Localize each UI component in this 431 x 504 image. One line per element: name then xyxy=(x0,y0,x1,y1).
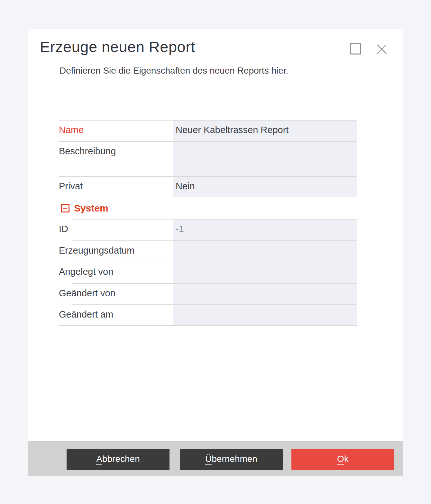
beschreibung-label: Beschreibung xyxy=(59,141,173,176)
abbrechen-label-rest: bbrechen xyxy=(102,454,140,464)
angelegt-von-value-field xyxy=(173,262,357,283)
row-divider xyxy=(59,141,357,142)
dialog-subtitle: Definieren Sie die Eigenschaften des neu… xyxy=(60,66,288,76)
property-row-beschreibung[interactable]: Beschreibung xyxy=(59,141,357,176)
system-group-header[interactable]: System xyxy=(59,197,357,219)
abbrechen-button[interactable]: Abbrechen xyxy=(67,449,170,470)
property-row-erzeugungsdatum[interactable]: Erzeugungsdatum xyxy=(59,240,357,262)
erzeugungsdatum-label: Erzeugungsdatum xyxy=(59,240,173,262)
property-row-privat[interactable]: Privat Nein xyxy=(59,176,357,197)
row-divider xyxy=(72,262,357,262)
row-divider xyxy=(72,304,357,305)
row-divider xyxy=(59,120,357,121)
erzeugungsdatum-value-field xyxy=(173,240,357,262)
maximize-button[interactable] xyxy=(350,43,361,56)
ok-button[interactable]: Ok xyxy=(291,449,394,470)
beschreibung-value-field[interactable] xyxy=(173,141,357,176)
id-label: ID xyxy=(59,219,173,240)
ok-accesskey: O xyxy=(337,454,344,465)
row-divider xyxy=(59,176,357,177)
privat-value-field[interactable]: Nein xyxy=(173,176,357,197)
privat-label: Privat xyxy=(59,176,173,197)
system-group-label: System xyxy=(74,203,108,214)
dialog-footer: Abbrechen Übernehmen Ok xyxy=(28,441,403,476)
minus-glyph xyxy=(63,208,67,209)
geaendert-von-label: Geändert von xyxy=(59,283,173,304)
maximize-icon xyxy=(350,50,361,56)
geaendert-am-value-field xyxy=(173,304,357,325)
property-row-name[interactable]: Name Neuer Kabeltrassen Report xyxy=(59,120,357,141)
uebernehmen-button[interactable]: Übernehmen xyxy=(180,449,283,470)
table-bottom-divider xyxy=(59,325,357,326)
name-value-field[interactable]: Neuer Kabeltrassen Report xyxy=(173,120,357,141)
close-button[interactable] xyxy=(376,43,388,57)
row-divider xyxy=(72,283,357,284)
property-row-angelegt-von[interactable]: Angelegt von xyxy=(59,262,357,283)
property-row-id[interactable]: ID -1 xyxy=(59,219,357,240)
property-grid: Name Neuer Kabeltrassen Report Beschreib… xyxy=(59,120,357,326)
row-divider xyxy=(72,240,357,241)
geaendert-am-label: Geändert am xyxy=(59,304,173,325)
close-icon xyxy=(376,51,388,56)
dialog-title: Erzeuge neuen Report xyxy=(40,38,195,56)
uebernehmen-label-rest: bernehmen xyxy=(212,454,257,464)
collapse-minus-icon[interactable] xyxy=(61,204,69,212)
geaendert-von-value-field xyxy=(173,283,357,304)
create-report-dialog: Erzeuge neuen Report Definieren Sie die … xyxy=(28,29,403,476)
property-row-geaendert-von[interactable]: Geändert von xyxy=(59,283,357,304)
ok-label-rest: k xyxy=(344,454,349,464)
name-label: Name xyxy=(59,120,173,141)
abbrechen-accesskey: A xyxy=(96,454,102,465)
row-divider xyxy=(72,219,357,220)
property-row-geaendert-am[interactable]: Geändert am xyxy=(59,304,357,325)
angelegt-von-label: Angelegt von xyxy=(59,262,173,283)
uebernehmen-accesskey: Ü xyxy=(205,454,212,465)
id-value-field: -1 xyxy=(173,219,357,240)
